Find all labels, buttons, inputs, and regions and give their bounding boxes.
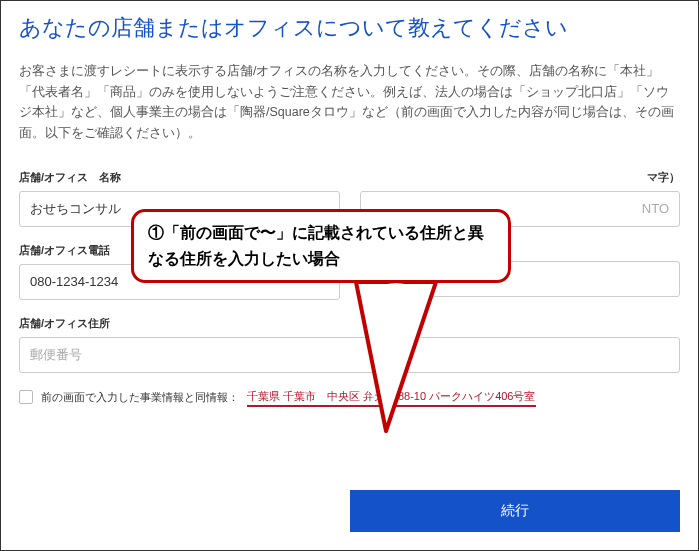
page-title: あなたの店舗またはオフィスについて教えてください	[19, 13, 680, 43]
annotation-callout: ①「前の画面で〜」に記載されている住所と異なる住所を入力したい場合	[131, 209, 511, 283]
store-name-label: 店舗/オフィス 名称	[19, 170, 340, 185]
prior-info-prefix: 前の画面で入力した事業情報と同情報：	[41, 390, 239, 405]
store-address-label: 店舗/オフィス住所	[19, 316, 680, 331]
page-description: お客さまに渡すレシートに表示する店舗/オフィスの名称を入力してください。その際、…	[19, 61, 680, 144]
continue-button[interactable]: 続行	[350, 490, 680, 532]
same-as-prior-checkbox[interactable]	[19, 390, 33, 404]
store-address-input[interactable]	[19, 337, 680, 373]
store-name-roman-label: マ字）	[360, 170, 681, 185]
prior-info-address: 千葉県 千葉市 中央区 弁天 4-88-10 パークハイツ406号室	[247, 389, 536, 406]
